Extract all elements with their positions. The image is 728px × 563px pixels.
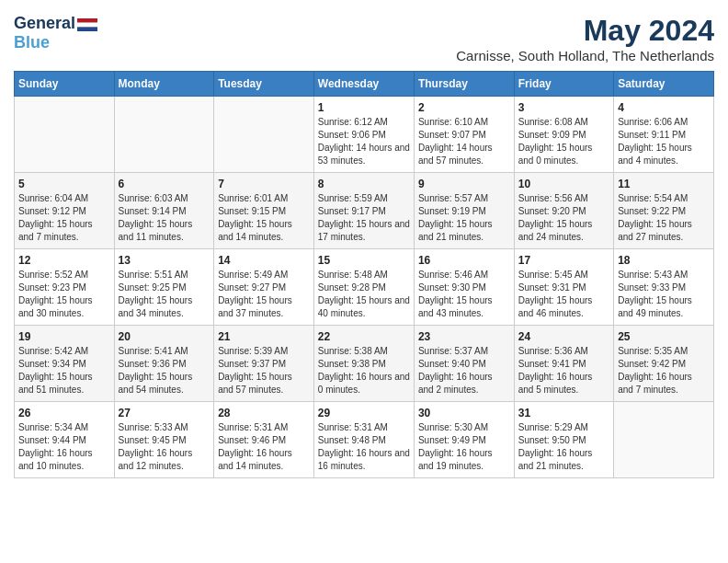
day-info: Sunrise: 5:39 AM Sunset: 9:37 PM Dayligh… <box>218 345 310 396</box>
col-thursday: Thursday <box>414 72 514 97</box>
day-info: Sunrise: 5:59 AM Sunset: 9:17 PM Dayligh… <box>318 192 410 244</box>
table-row: 10Sunrise: 5:56 AM Sunset: 9:20 PM Dayli… <box>514 173 613 249</box>
logo-flag-icon <box>77 18 97 31</box>
day-number: 3 <box>518 101 609 114</box>
day-number: 10 <box>518 178 609 190</box>
table-row: 15Sunrise: 5:48 AM Sunset: 9:28 PM Dayli… <box>313 249 414 326</box>
table-row <box>114 97 214 173</box>
table-row: 23Sunrise: 5:37 AM Sunset: 9:40 PM Dayli… <box>414 326 514 402</box>
col-friday: Friday <box>514 72 613 97</box>
col-sunday: Sunday <box>15 72 115 97</box>
day-number: 1 <box>318 101 410 114</box>
table-row: 16Sunrise: 5:46 AM Sunset: 9:30 PM Dayli… <box>414 249 514 326</box>
table-row: 19Sunrise: 5:42 AM Sunset: 9:34 PM Dayli… <box>15 326 115 402</box>
svg-rect-2 <box>77 27 97 31</box>
logo: General Blue <box>14 14 97 52</box>
col-tuesday: Tuesday <box>214 72 314 97</box>
day-info: Sunrise: 5:57 AM Sunset: 9:19 PM Dayligh… <box>418 192 510 244</box>
table-row: 6Sunrise: 6:03 AM Sunset: 9:14 PM Daylig… <box>114 173 214 249</box>
day-number: 5 <box>18 178 110 190</box>
day-info: Sunrise: 6:03 AM Sunset: 9:14 PM Dayligh… <box>119 192 210 244</box>
day-number: 9 <box>418 178 510 190</box>
day-number: 27 <box>119 407 210 419</box>
day-number: 13 <box>119 254 210 267</box>
table-row: 28Sunrise: 5:31 AM Sunset: 9:46 PM Dayli… <box>214 402 314 478</box>
table-row: 4Sunrise: 6:06 AM Sunset: 9:11 PM Daylig… <box>614 97 714 173</box>
table-row <box>15 97 115 173</box>
calendar-week-row: 5Sunrise: 6:04 AM Sunset: 9:12 PM Daylig… <box>15 173 714 249</box>
day-number: 18 <box>618 254 710 267</box>
logo-blue: Blue <box>14 33 50 52</box>
col-saturday: Saturday <box>614 72 714 97</box>
day-number: 7 <box>218 178 310 190</box>
day-number: 14 <box>218 254 310 267</box>
day-info: Sunrise: 6:10 AM Sunset: 9:07 PM Dayligh… <box>418 116 510 167</box>
day-number: 21 <box>218 330 310 343</box>
day-info: Sunrise: 5:43 AM Sunset: 9:33 PM Dayligh… <box>618 269 710 320</box>
day-info: Sunrise: 5:42 AM Sunset: 9:34 PM Dayligh… <box>18 345 110 396</box>
day-number: 11 <box>618 178 710 190</box>
table-row: 9Sunrise: 5:57 AM Sunset: 9:19 PM Daylig… <box>414 173 514 249</box>
day-info: Sunrise: 5:37 AM Sunset: 9:40 PM Dayligh… <box>418 345 510 396</box>
calendar-table: Sunday Monday Tuesday Wednesday Thursday… <box>14 71 714 478</box>
day-info: Sunrise: 5:51 AM Sunset: 9:25 PM Dayligh… <box>119 269 210 320</box>
day-number: 17 <box>518 254 609 267</box>
table-row: 29Sunrise: 5:31 AM Sunset: 9:48 PM Dayli… <box>313 402 414 478</box>
day-info: Sunrise: 6:06 AM Sunset: 9:11 PM Dayligh… <box>618 116 710 167</box>
day-number: 20 <box>119 330 210 343</box>
day-number: 29 <box>318 407 410 419</box>
col-wednesday: Wednesday <box>313 72 414 97</box>
day-info: Sunrise: 5:38 AM Sunset: 9:38 PM Dayligh… <box>318 345 410 396</box>
table-row: 13Sunrise: 5:51 AM Sunset: 9:25 PM Dayli… <box>114 249 214 326</box>
table-row: 30Sunrise: 5:30 AM Sunset: 9:49 PM Dayli… <box>414 402 514 478</box>
calendar-week-row: 26Sunrise: 5:34 AM Sunset: 9:44 PM Dayli… <box>15 402 714 478</box>
logo-text: General Blue <box>14 14 97 52</box>
table-row: 5Sunrise: 6:04 AM Sunset: 9:12 PM Daylig… <box>15 173 115 249</box>
main-title: May 2024 <box>456 14 714 48</box>
day-info: Sunrise: 5:29 AM Sunset: 9:50 PM Dayligh… <box>518 421 609 473</box>
day-number: 31 <box>518 407 609 419</box>
day-info: Sunrise: 5:54 AM Sunset: 9:22 PM Dayligh… <box>618 192 710 244</box>
calendar-header-row: Sunday Monday Tuesday Wednesday Thursday… <box>15 72 714 97</box>
day-info: Sunrise: 6:04 AM Sunset: 9:12 PM Dayligh… <box>18 192 110 244</box>
col-monday: Monday <box>114 72 214 97</box>
table-row: 26Sunrise: 5:34 AM Sunset: 9:44 PM Dayli… <box>15 402 115 478</box>
day-number: 25 <box>618 330 710 343</box>
table-row: 8Sunrise: 5:59 AM Sunset: 9:17 PM Daylig… <box>313 173 414 249</box>
table-row <box>614 402 714 478</box>
day-info: Sunrise: 5:49 AM Sunset: 9:27 PM Dayligh… <box>218 269 310 320</box>
day-info: Sunrise: 5:48 AM Sunset: 9:28 PM Dayligh… <box>318 269 410 320</box>
day-info: Sunrise: 5:33 AM Sunset: 9:45 PM Dayligh… <box>119 421 210 473</box>
svg-rect-0 <box>77 18 97 23</box>
day-number: 30 <box>418 407 510 419</box>
title-area: May 2024 Carnisse, South Holland, The Ne… <box>456 14 714 63</box>
day-number: 16 <box>418 254 510 267</box>
table-row: 22Sunrise: 5:38 AM Sunset: 9:38 PM Dayli… <box>313 326 414 402</box>
day-number: 19 <box>18 330 110 343</box>
day-number: 23 <box>418 330 510 343</box>
day-info: Sunrise: 5:41 AM Sunset: 9:36 PM Dayligh… <box>119 345 210 396</box>
logo-general: General <box>14 14 75 32</box>
page-header: General Blue May 2024 Carnisse, South Ho… <box>14 14 714 63</box>
day-number: 8 <box>318 178 410 190</box>
subtitle: Carnisse, South Holland, The Netherlands <box>456 48 714 63</box>
table-row: 20Sunrise: 5:41 AM Sunset: 9:36 PM Dayli… <box>114 326 214 402</box>
day-number: 15 <box>318 254 410 267</box>
table-row: 12Sunrise: 5:52 AM Sunset: 9:23 PM Dayli… <box>15 249 115 326</box>
day-number: 6 <box>119 178 210 190</box>
calendar-week-row: 12Sunrise: 5:52 AM Sunset: 9:23 PM Dayli… <box>15 249 714 326</box>
day-info: Sunrise: 6:01 AM Sunset: 9:15 PM Dayligh… <box>218 192 310 244</box>
day-number: 26 <box>18 407 110 419</box>
table-row: 7Sunrise: 6:01 AM Sunset: 9:15 PM Daylig… <box>214 173 314 249</box>
day-info: Sunrise: 5:45 AM Sunset: 9:31 PM Dayligh… <box>518 269 609 320</box>
day-info: Sunrise: 6:08 AM Sunset: 9:09 PM Dayligh… <box>518 116 609 167</box>
table-row: 21Sunrise: 5:39 AM Sunset: 9:37 PM Dayli… <box>214 326 314 402</box>
table-row: 31Sunrise: 5:29 AM Sunset: 9:50 PM Dayli… <box>514 402 613 478</box>
day-info: Sunrise: 6:12 AM Sunset: 9:06 PM Dayligh… <box>318 116 410 167</box>
table-row: 25Sunrise: 5:35 AM Sunset: 9:42 PM Dayli… <box>614 326 714 402</box>
table-row: 18Sunrise: 5:43 AM Sunset: 9:33 PM Dayli… <box>614 249 714 326</box>
calendar-week-row: 1Sunrise: 6:12 AM Sunset: 9:06 PM Daylig… <box>15 97 714 173</box>
table-row: 14Sunrise: 5:49 AM Sunset: 9:27 PM Dayli… <box>214 249 314 326</box>
day-info: Sunrise: 5:36 AM Sunset: 9:41 PM Dayligh… <box>518 345 609 396</box>
day-number: 28 <box>218 407 310 419</box>
